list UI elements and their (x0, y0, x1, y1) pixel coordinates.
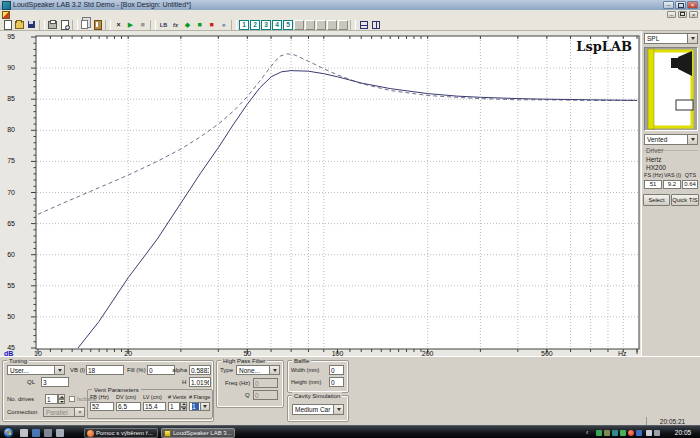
lv-input[interactable] (143, 402, 166, 411)
baffle-groupbox: Baffle Width (mm) Height (mm) (287, 360, 349, 393)
tile-horizontal-button[interactable] (358, 20, 369, 30)
mdi-close-button[interactable]: × (689, 11, 698, 18)
stop-button[interactable]: ■ (137, 20, 148, 30)
cavity-simulation-label: Cavity Simulation (292, 392, 342, 400)
taskbar-clock[interactable]: 20:05 (668, 428, 698, 438)
cavity-simulation-select[interactable]: Medium Car (292, 404, 344, 415)
tray-icon-teal[interactable] (612, 430, 618, 436)
box-type-select[interactable]: Vented (644, 134, 698, 145)
print-preview-button[interactable] (59, 20, 70, 30)
print-button[interactable] (47, 20, 58, 30)
tray-show-hidden-icon[interactable]: ‹ (586, 428, 588, 437)
high-pass-filter-groupbox: High Pass Filter Type None... Freq (Hz) … (216, 360, 284, 408)
memory-slot-2-button[interactable]: 2 (250, 20, 260, 30)
quicklaunch-app-icon[interactable] (56, 429, 64, 437)
chevron-down-icon[interactable] (200, 403, 209, 410)
maximize-button[interactable] (675, 1, 686, 9)
lab-tool-button[interactable]: LB (158, 20, 169, 30)
fx-tool-button[interactable]: fx (170, 20, 181, 30)
lab-icon: LB (160, 22, 167, 28)
maximize-icon (678, 3, 684, 8)
quick-ts-button[interactable]: Quick T/S (671, 194, 699, 206)
isobarik-label: Isobarik (77, 396, 96, 402)
stepper-down-icon[interactable] (180, 407, 187, 412)
tile-vertical-button[interactable] (370, 20, 381, 30)
paste-button[interactable] (92, 20, 103, 30)
memory-slot-disabled-button (338, 20, 348, 30)
close-button[interactable]: × (687, 1, 698, 9)
quicklaunch-snipping-icon[interactable] (20, 429, 28, 437)
baffle-height-input[interactable] (329, 377, 344, 387)
print-icon (48, 21, 57, 29)
alpha-label: alpha (170, 367, 187, 373)
no-drives-input[interactable] (45, 394, 58, 404)
chevron-down-icon[interactable] (687, 34, 697, 43)
tray-network-icon[interactable] (654, 430, 660, 436)
toolbar: × ▶ ■ LB fx ◆ ■ ■ ● 1 2 3 4 5 (0, 19, 700, 31)
no-drives-stepper[interactable] (58, 394, 65, 404)
dv-input[interactable] (116, 402, 141, 411)
cut-button[interactable]: × (113, 20, 124, 30)
tray-icon-green2[interactable] (620, 430, 626, 436)
application-window: LoudSpeaker LAB 3.2 Std Demo - [Box Desi… (0, 0, 700, 438)
tray-icon-blue[interactable] (636, 430, 642, 436)
toolbar-separator (105, 20, 111, 30)
driver-model: HX200 (646, 164, 666, 171)
chevron-down-icon[interactable] (687, 135, 697, 144)
h-input[interactable] (189, 377, 211, 387)
quicklaunch-explorer-icon[interactable] (32, 429, 40, 437)
marker-red-button[interactable]: ■ (206, 20, 217, 30)
marker-green-button[interactable]: ■ (194, 20, 205, 30)
high-pass-filter-label: High Pass Filter (221, 357, 267, 365)
flange-select[interactable]: 1 (189, 402, 210, 411)
memory-slot-3-button[interactable]: 3 (261, 20, 271, 30)
open-file-button[interactable] (14, 20, 25, 30)
box-type-value: Vented (647, 135, 687, 144)
run-measurement-button[interactable]: ▶ (125, 20, 136, 30)
alpha-input[interactable] (189, 365, 211, 375)
memory-slot-4-button[interactable]: 4 (272, 20, 282, 30)
mdi-restore-button[interactable] (678, 11, 687, 18)
copy-button[interactable] (80, 20, 91, 30)
view-select[interactable]: SPL (644, 33, 698, 44)
flange-label: # Flange (189, 394, 210, 400)
new-document-button[interactable] (2, 20, 13, 30)
fill-label: Fill (%) (127, 367, 146, 373)
spl-plot-canvas[interactable] (0, 31, 641, 356)
marker-diamond-button[interactable]: ◆ (182, 20, 193, 30)
memory-slot-1-button[interactable]: 1 (239, 20, 249, 30)
tray-icon-olive[interactable] (604, 430, 610, 436)
tuning-preset-select[interactable]: User... (7, 365, 65, 375)
fb-input[interactable] (90, 402, 114, 411)
chevron-down-icon[interactable] (333, 405, 343, 414)
vents-count-label: # Vents (168, 394, 186, 400)
vb-input[interactable] (86, 365, 124, 375)
taskbar-task-pomoc[interactable]: Pomoc s výběrem ř... (84, 428, 158, 438)
mdi-minimize-button[interactable]: – (667, 11, 676, 18)
select-lib-button[interactable]: Select Lib (643, 194, 670, 206)
stepper-down-icon[interactable] (58, 399, 65, 404)
chevron-down-icon[interactable] (269, 366, 279, 374)
axis-tick-label: 90 (0, 64, 15, 71)
tray-icon-red[interactable] (628, 430, 634, 436)
isobarik-checkbox[interactable] (69, 396, 75, 402)
minimize-button[interactable]: – (663, 1, 674, 9)
taskbar-task-loudspeaker-lab[interactable]: LoudSpeaker LAB 3... (161, 428, 235, 438)
quicklaunch-app-icon[interactable] (44, 429, 52, 437)
save-button[interactable] (26, 20, 37, 30)
tray-icon-green[interactable] (596, 430, 602, 436)
marker-circle-button[interactable]: ● (218, 20, 229, 30)
vb-label: VB (l) (70, 367, 85, 373)
baffle-width-input[interactable] (329, 365, 344, 375)
fs-header: FS (Hz) (644, 172, 663, 178)
fs-value: 51 (644, 180, 662, 189)
ql-input[interactable] (41, 377, 69, 387)
start-button[interactable] (3, 427, 14, 438)
chevron-down-icon[interactable] (54, 366, 64, 374)
hpf-type-select[interactable]: None... (236, 365, 280, 375)
tray-volume-icon[interactable] (646, 430, 652, 436)
memory-slot-5-button[interactable]: 5 (283, 20, 293, 30)
toolbar-separator (231, 20, 237, 30)
vents-count-input[interactable] (168, 402, 180, 411)
vents-count-stepper[interactable] (180, 402, 187, 411)
